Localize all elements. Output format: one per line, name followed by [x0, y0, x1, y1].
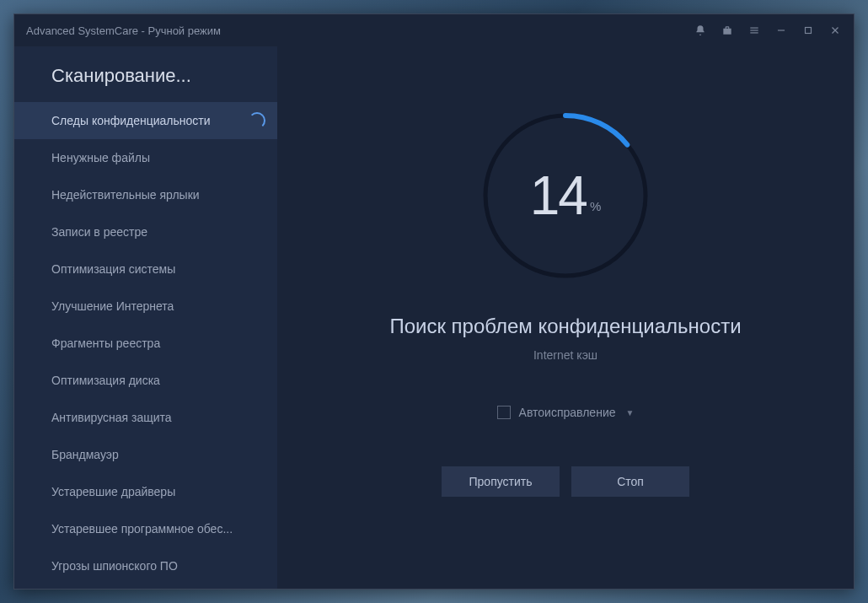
autofix-label: Автоисправление — [519, 406, 616, 419]
autofix-toggle[interactable]: Автоисправление ▼ — [497, 406, 635, 419]
sidebar-item-label: Устаревшие драйверы — [51, 485, 265, 498]
sidebar-item-8[interactable]: Антивирусная защита — [14, 399, 277, 436]
sidebar-item-label: Оптимизация диска — [51, 374, 265, 387]
sidebar-item-6[interactable]: Фрагменты реестра — [14, 325, 277, 362]
skip-button[interactable]: Пропустить — [442, 466, 560, 497]
sidebar-item-11[interactable]: Устаревшее программное обес... — [14, 510, 277, 547]
sidebar-item-label: Записи в реестре — [51, 225, 265, 239]
main-panel: 14 % Поиск проблем конфиденциальности In… — [277, 46, 854, 589]
sidebar-item-4[interactable]: Оптимизация системы — [14, 250, 277, 288]
progress-center: 14 % — [477, 107, 654, 284]
sidebar-item-label: Антивирусная защита — [51, 411, 265, 424]
close-icon[interactable] — [823, 19, 847, 42]
sidebar-item-12[interactable]: Угрозы шпионского ПО — [14, 547, 277, 584]
progress-value: 14 — [530, 164, 587, 227]
sidebar-item-3[interactable]: Записи в реестре — [14, 213, 277, 250]
spinner-icon — [249, 112, 265, 129]
percent-symbol: % — [590, 199, 601, 213]
sidebar-items: Следы конфиденциальностиНенужные файлыНе… — [14, 102, 277, 589]
sidebar-item-label: Брандмауэр — [51, 448, 265, 461]
maximize-icon[interactable] — [796, 19, 820, 42]
sidebar-item-label: Следы конфиденциальности — [51, 114, 249, 127]
sidebar-item-label: Оптимизация системы — [51, 262, 265, 276]
sidebar-item-2[interactable]: Недействительные ярлыки — [14, 176, 277, 213]
svg-rect-4 — [806, 28, 812, 34]
sidebar-item-1[interactable]: Ненужные файлы — [14, 139, 277, 176]
menu-icon[interactable] — [742, 19, 766, 42]
sidebar-item-label: Фрагменты реестра — [51, 336, 265, 350]
sidebar-item-0[interactable]: Следы конфиденциальности — [14, 102, 277, 139]
sidebar-title: Сканирование... — [14, 46, 277, 102]
sidebar-item-label: Недействительные ярлыки — [51, 188, 265, 202]
button-row: Пропустить Стоп — [442, 466, 689, 497]
toolbox-icon[interactable] — [715, 19, 739, 42]
body-area: Сканирование... Следы конфиденциальности… — [14, 46, 854, 589]
sidebar-item-label: Улучшение Интернета — [51, 299, 265, 313]
minimize-icon[interactable] — [769, 19, 793, 42]
sidebar-item-label: Устаревшее программное обес... — [51, 522, 265, 536]
progress-ring: 14 % — [477, 107, 654, 284]
stop-button[interactable]: Стоп — [571, 466, 689, 497]
app-window: Advanced SystemCare - Ручной режим — [13, 13, 855, 590]
sidebar-item-5[interactable]: Улучшение Интернета — [14, 288, 277, 325]
window-title: Advanced SystemCare - Ручной режим — [26, 24, 689, 37]
bell-icon[interactable] — [689, 19, 712, 42]
sidebar-item-label: Угрозы шпионского ПО — [51, 559, 265, 573]
sidebar-item-label: Ненужные файлы — [51, 151, 265, 164]
chevron-down-icon: ▼ — [626, 408, 635, 417]
titlebar[interactable]: Advanced SystemCare - Ручной режим — [14, 14, 854, 46]
status-subtitle: Internet кэш — [533, 348, 597, 362]
checkbox-icon — [497, 406, 511, 419]
sidebar-item-9[interactable]: Брандмауэр — [14, 436, 277, 473]
status-title: Поиск проблем конфиденциальности — [389, 315, 741, 338]
titlebar-controls — [689, 19, 847, 42]
sidebar-item-7[interactable]: Оптимизация диска — [14, 362, 277, 399]
sidebar: Сканирование... Следы конфиденциальности… — [14, 46, 277, 589]
sidebar-item-10[interactable]: Устаревшие драйверы — [14, 473, 277, 510]
sidebar-item-13[interactable]: Недостатки системы — [14, 584, 277, 589]
